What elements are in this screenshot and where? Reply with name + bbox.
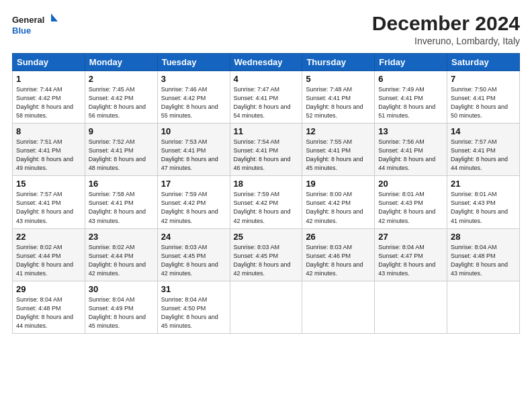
day-cell-9: 9 Sunrise: 7:52 AMSunset: 4:41 PMDayligh… [85, 124, 157, 176]
day-number: 31 [161, 284, 226, 294]
day-info: Sunrise: 7:55 AMSunset: 4:41 PMDaylight:… [306, 138, 363, 171]
day-number: 28 [451, 232, 516, 242]
day-cell-24: 24 Sunrise: 8:03 AMSunset: 4:45 PMDaylig… [157, 228, 230, 281]
day-number: 11 [234, 126, 299, 136]
day-cell-8: 8 Sunrise: 7:51 AMSunset: 4:41 PMDayligh… [13, 124, 85, 176]
day-number: 1 [16, 74, 81, 84]
day-number: 19 [306, 179, 371, 189]
day-info: Sunrise: 7:59 AMSunset: 4:42 PMDaylight:… [161, 191, 218, 224]
day-cell-27: 27 Sunrise: 8:04 AMSunset: 4:47 PMDaylig… [375, 228, 447, 281]
day-info: Sunrise: 8:03 AMSunset: 4:46 PMDaylight:… [306, 244, 363, 277]
day-cell-20: 20 Sunrise: 8:01 AMSunset: 4:43 PMDaylig… [375, 176, 447, 228]
day-cell-4: 4 Sunrise: 7:47 AMSunset: 4:41 PMDayligh… [230, 71, 302, 124]
day-number: 5 [306, 74, 371, 84]
day-cell-21: 21 Sunrise: 8:01 AMSunset: 4:43 PMDaylig… [447, 176, 520, 228]
svg-text:Blue: Blue [12, 26, 31, 36]
day-info: Sunrise: 7:44 AMSunset: 4:42 PMDaylight:… [16, 86, 73, 119]
header-sunday: Sunday [13, 54, 85, 71]
day-number: 4 [234, 74, 299, 84]
day-info: Sunrise: 7:45 AMSunset: 4:42 PMDaylight:… [89, 86, 146, 119]
day-number: 26 [306, 232, 371, 242]
day-info: Sunrise: 7:47 AMSunset: 4:41 PMDaylight:… [234, 86, 291, 119]
day-info: Sunrise: 8:03 AMSunset: 4:45 PMDaylight:… [161, 244, 218, 277]
header-saturday: Saturday [447, 54, 520, 71]
day-info: Sunrise: 8:03 AMSunset: 4:45 PMDaylight:… [234, 244, 291, 277]
day-number: 22 [16, 232, 81, 242]
day-info: Sunrise: 8:04 AMSunset: 4:47 PMDaylight:… [378, 244, 435, 277]
day-cell-29: 29 Sunrise: 8:04 AMSunset: 4:48 PMDaylig… [13, 281, 85, 333]
day-info: Sunrise: 7:58 AMSunset: 4:41 PMDaylight:… [89, 191, 146, 224]
day-info: Sunrise: 7:50 AMSunset: 4:41 PMDaylight:… [451, 86, 508, 119]
title-block: December 2024 Inveruno, Lombardy, Italy [372, 12, 520, 46]
header: General Blue December 2024 Inveruno, Lom… [12, 12, 520, 46]
day-number: 30 [89, 284, 154, 294]
day-cell-17: 17 Sunrise: 7:59 AMSunset: 4:42 PMDaylig… [157, 176, 230, 228]
week-row-1: 1 Sunrise: 7:44 AMSunset: 4:42 PMDayligh… [13, 71, 520, 124]
empty-cell-4-6 [447, 281, 520, 333]
day-info: Sunrise: 7:57 AMSunset: 4:41 PMDaylight:… [451, 138, 508, 171]
day-number: 12 [306, 126, 371, 136]
day-info: Sunrise: 8:01 AMSunset: 4:43 PMDaylight:… [378, 191, 435, 224]
day-number: 7 [451, 74, 516, 84]
day-number: 3 [161, 74, 226, 84]
day-info: Sunrise: 8:02 AMSunset: 4:44 PMDaylight:… [16, 244, 73, 277]
day-info: Sunrise: 7:59 AMSunset: 4:42 PMDaylight:… [234, 191, 291, 224]
day-cell-13: 13 Sunrise: 7:56 AMSunset: 4:41 PMDaylig… [375, 124, 447, 176]
day-cell-6: 6 Sunrise: 7:49 AMSunset: 4:41 PMDayligh… [375, 71, 447, 124]
day-number: 16 [89, 179, 154, 189]
day-info: Sunrise: 7:52 AMSunset: 4:41 PMDaylight:… [89, 138, 146, 171]
week-row-4: 22 Sunrise: 8:02 AMSunset: 4:44 PMDaylig… [13, 228, 520, 281]
day-info: Sunrise: 7:53 AMSunset: 4:41 PMDaylight:… [161, 138, 218, 171]
day-cell-31: 31 Sunrise: 8:04 AMSunset: 4:50 PMDaylig… [157, 281, 230, 333]
day-cell-5: 5 Sunrise: 7:48 AMSunset: 4:41 PMDayligh… [302, 71, 375, 124]
day-cell-10: 10 Sunrise: 7:53 AMSunset: 4:41 PMDaylig… [157, 124, 230, 176]
day-number: 13 [378, 126, 443, 136]
day-cell-12: 12 Sunrise: 7:55 AMSunset: 4:41 PMDaylig… [302, 124, 375, 176]
day-number: 21 [451, 179, 516, 189]
week-row-2: 8 Sunrise: 7:51 AMSunset: 4:41 PMDayligh… [13, 124, 520, 176]
day-info: Sunrise: 7:56 AMSunset: 4:41 PMDaylight:… [378, 138, 435, 171]
day-number: 27 [378, 232, 443, 242]
day-info: Sunrise: 8:04 AMSunset: 4:50 PMDaylight:… [161, 296, 218, 329]
header-tuesday: Tuesday [157, 54, 230, 71]
day-cell-22: 22 Sunrise: 8:02 AMSunset: 4:44 PMDaylig… [13, 228, 85, 281]
day-info: Sunrise: 8:02 AMSunset: 4:44 PMDaylight:… [89, 244, 146, 277]
page: General Blue December 2024 Inveruno, Lom… [0, 0, 532, 411]
day-cell-23: 23 Sunrise: 8:02 AMSunset: 4:44 PMDaylig… [85, 228, 157, 281]
day-info: Sunrise: 7:54 AMSunset: 4:41 PMDaylight:… [234, 138, 291, 171]
header-monday: Monday [85, 54, 157, 71]
logo-svg: General Blue [12, 12, 59, 40]
day-number: 17 [161, 179, 226, 189]
day-number: 6 [378, 74, 443, 84]
day-info: Sunrise: 7:57 AMSunset: 4:41 PMDaylight:… [16, 191, 73, 224]
header-friday: Friday [375, 54, 447, 71]
day-number: 15 [16, 179, 81, 189]
day-number: 9 [89, 126, 154, 136]
day-number: 23 [89, 232, 154, 242]
week-row-3: 15 Sunrise: 7:57 AMSunset: 4:41 PMDaylig… [13, 176, 520, 228]
day-cell-26: 26 Sunrise: 8:03 AMSunset: 4:46 PMDaylig… [302, 228, 375, 281]
day-info: Sunrise: 8:01 AMSunset: 4:43 PMDaylight:… [451, 191, 508, 224]
day-number: 10 [161, 126, 226, 136]
day-info: Sunrise: 8:04 AMSunset: 4:48 PMDaylight:… [451, 244, 508, 277]
day-cell-16: 16 Sunrise: 7:58 AMSunset: 4:41 PMDaylig… [85, 176, 157, 228]
day-info: Sunrise: 8:04 AMSunset: 4:48 PMDaylight:… [16, 296, 73, 329]
day-info: Sunrise: 7:49 AMSunset: 4:41 PMDaylight:… [378, 86, 435, 119]
location: Inveruno, Lombardy, Italy [372, 36, 520, 46]
day-cell-25: 25 Sunrise: 8:03 AMSunset: 4:45 PMDaylig… [230, 228, 302, 281]
header-thursday: Thursday [302, 54, 375, 71]
svg-text:General: General [12, 15, 44, 25]
day-cell-2: 2 Sunrise: 7:45 AMSunset: 4:42 PMDayligh… [85, 71, 157, 124]
day-cell-30: 30 Sunrise: 8:04 AMSunset: 4:49 PMDaylig… [85, 281, 157, 333]
day-cell-15: 15 Sunrise: 7:57 AMSunset: 4:41 PMDaylig… [13, 176, 85, 228]
empty-cell-4-5 [375, 281, 447, 333]
logo: General Blue [12, 12, 59, 40]
day-number: 29 [16, 284, 81, 294]
day-info: Sunrise: 7:46 AMSunset: 4:42 PMDaylight:… [161, 86, 218, 119]
month-title: December 2024 [372, 12, 520, 34]
day-cell-1: 1 Sunrise: 7:44 AMSunset: 4:42 PMDayligh… [13, 71, 85, 124]
day-cell-14: 14 Sunrise: 7:57 AMSunset: 4:41 PMDaylig… [447, 124, 520, 176]
day-cell-7: 7 Sunrise: 7:50 AMSunset: 4:41 PMDayligh… [447, 71, 520, 124]
empty-cell-4-4 [302, 281, 375, 333]
day-number: 2 [89, 74, 154, 84]
